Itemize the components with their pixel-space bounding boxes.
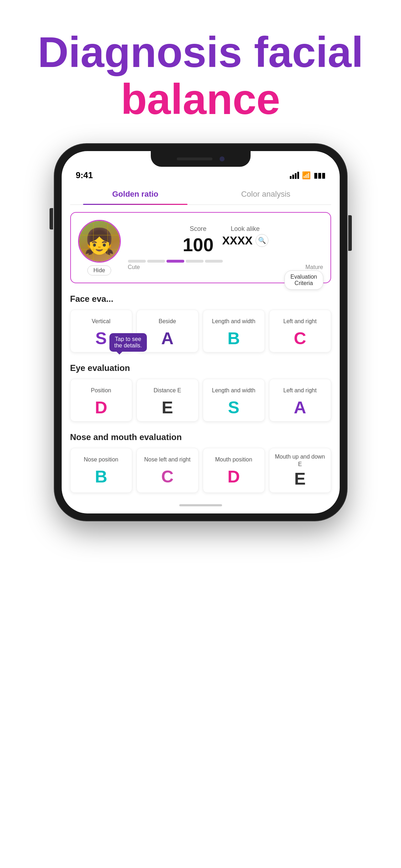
face-eval-card-length-width[interactable]: Length and width B <box>203 310 265 352</box>
page-header: Diagnosis facial balance <box>0 0 401 144</box>
score-section: Score 100 <box>182 225 214 255</box>
eye-eval-card-left-right[interactable]: Left and right A <box>269 379 331 422</box>
face-eval-grade-length-width: B <box>207 330 261 347</box>
face-eval-label-length-width: Length and width <box>207 315 261 328</box>
face-eval-title: Face eva... <box>70 294 331 304</box>
nose-mouth-eval-grade-mouth-up-down: E <box>273 470 327 487</box>
eye-eval-section: Eye evaluation Position D Distance E E L… <box>70 363 331 422</box>
face-eval-grade-left-right: C <box>273 330 327 347</box>
face-eval-label-vertical: Vertical <box>74 315 128 328</box>
page-title: Diagnosis facial balance <box>21 29 380 123</box>
nose-mouth-eval-label-nose-left-right: Nose left and right <box>140 453 195 466</box>
eye-eval-card-distance[interactable]: Distance E E <box>137 379 199 422</box>
face-eval-label-beside: Beside <box>140 315 195 328</box>
nose-mouth-eval-grid: Nose position B Nose left and right C Mo… <box>70 448 331 493</box>
eye-eval-label-distance: Distance E <box>140 384 195 397</box>
phone-wrapper: 9:41 📶 ▮▮▮ Golden ratio Co <box>47 144 354 521</box>
eye-eval-grade-position: D <box>74 399 128 416</box>
score-value: 100 <box>182 234 214 255</box>
status-time: 9:41 <box>76 170 93 180</box>
phone-notch <box>151 151 251 167</box>
nose-mouth-eval-title: Nose and mouth evaluation <box>70 432 331 442</box>
gauge-labels: Cute Mature <box>128 264 323 270</box>
signal-bars-icon <box>290 172 299 179</box>
nose-mouth-eval-grade-nose-left-right: C <box>140 468 195 485</box>
eye-eval-grade-left-right: A <box>273 399 327 416</box>
nose-mouth-eval-card-nose-position[interactable]: Nose position B <box>70 448 132 493</box>
face-eval-section: Tap to seethe details. Face eva... Verti… <box>70 294 331 352</box>
eye-eval-title: Eye evaluation <box>70 363 331 373</box>
bottom-hint <box>70 498 331 513</box>
gauge-bar <box>128 260 323 263</box>
nose-mouth-eval-label-mouth-position: Mouth position <box>207 453 261 466</box>
home-indicator <box>179 504 222 506</box>
evaluation-criteria-button[interactable]: EvaluationCriteria <box>284 270 323 290</box>
eye-eval-label-left-right: Left and right <box>273 384 327 397</box>
look-alike-label: Look alike <box>222 225 268 233</box>
tab-golden-ratio[interactable]: Golden ratio <box>70 184 201 205</box>
face-eval-grade-beside: A <box>140 330 195 347</box>
eye-eval-grade-distance: E <box>140 399 195 416</box>
nose-mouth-eval-grade-nose-position: B <box>74 468 128 485</box>
notch-camera <box>220 156 225 161</box>
eye-eval-grid: Position D Distance E E Length and width… <box>70 379 331 422</box>
tooltip-bubble: Tap to seethe details. <box>109 333 147 352</box>
hide-button[interactable]: Hide <box>87 265 111 275</box>
notch-speaker <box>177 157 212 160</box>
phone-screen: 9:41 📶 ▮▮▮ Golden ratio Co <box>62 151 340 513</box>
eye-eval-grade-length-width: S <box>207 399 261 416</box>
avatar: 👧 <box>78 220 121 263</box>
nose-mouth-eval-card-nose-left-right[interactable]: Nose left and right C <box>137 448 199 493</box>
face-eval-label-left-right: Left and right <box>273 315 327 328</box>
eye-eval-card-position[interactable]: Position D <box>70 379 132 422</box>
wifi-icon: 📶 <box>302 171 311 180</box>
nose-mouth-eval-label-mouth-up-down: Mouth up and down E <box>273 453 327 468</box>
battery-icon: ▮▮▮ <box>314 171 325 180</box>
look-alike-value: XXXX 🔍 <box>222 234 268 247</box>
phone-frame: 9:41 📶 ▮▮▮ Golden ratio Co <box>55 144 347 521</box>
nose-mouth-eval-section: Nose and mouth evaluation Nose position … <box>70 432 331 493</box>
nose-mouth-eval-card-mouth-position[interactable]: Mouth position D <box>203 448 265 493</box>
eye-eval-label-position: Position <box>74 384 128 397</box>
tab-bar: Golden ratio Color analysis <box>70 184 331 205</box>
eye-eval-card-length-width[interactable]: Length and width S <box>203 379 265 422</box>
search-button[interactable]: 🔍 <box>256 234 268 247</box>
score-label: Score <box>182 225 214 233</box>
app-content: Golden ratio Color analysis <box>62 184 340 513</box>
look-alike-section: Look alike XXXX 🔍 <box>222 225 268 255</box>
nose-mouth-eval-label-nose-position: Nose position <box>74 453 128 466</box>
tab-color-analysis[interactable]: Color analysis <box>201 184 331 205</box>
face-eval-card-left-right[interactable]: Left and right C <box>269 310 331 352</box>
nose-mouth-eval-card-mouth-up-down[interactable]: Mouth up and down E E <box>269 448 331 493</box>
eye-eval-label-length-width: Length and width <box>207 384 261 397</box>
nose-mouth-eval-grade-mouth-position: D <box>207 468 261 485</box>
status-icons: 📶 ▮▮▮ <box>290 171 325 180</box>
score-card: 👧 Hide Score 100 Look alike <box>70 212 331 283</box>
